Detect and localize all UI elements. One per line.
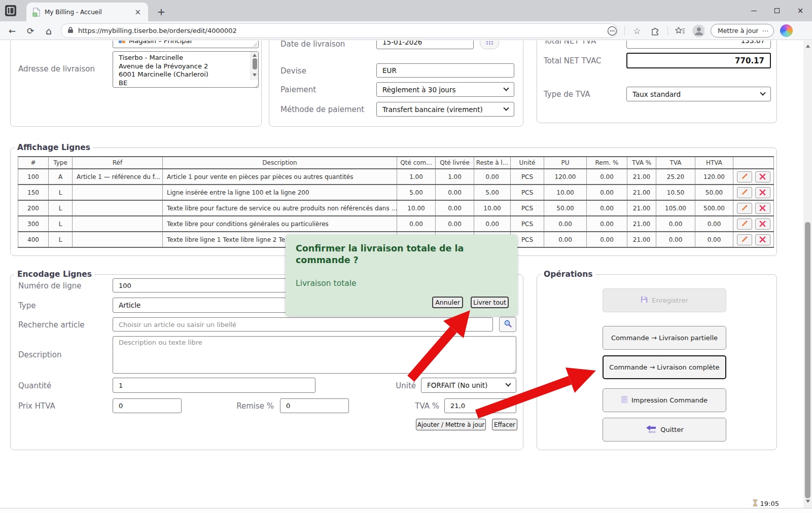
cell-qte_livree: 0.00 — [436, 185, 474, 200]
minimize-button[interactable] — [742, 0, 765, 21]
delete-row-button[interactable] — [755, 187, 770, 198]
cell-pu: 120.00 — [544, 169, 587, 185]
quitter-label: Quitter — [660, 426, 684, 433]
delete-row-button[interactable] — [755, 203, 770, 214]
edit-row-button[interactable] — [737, 234, 752, 245]
date-livraison-label: Date de livraison — [280, 41, 345, 49]
cell-qte_livree: 0.00 — [436, 200, 474, 216]
copilot-icon[interactable] — [780, 24, 793, 37]
cell-desc: Article 1 pour vente en pièces par pièce… — [163, 169, 397, 185]
cell-qte_com: 1.00 — [397, 169, 436, 185]
table-row: 150LLigne insérée entre la ligne 100 et … — [18, 185, 774, 200]
cell-htva: 120.00 — [695, 169, 733, 185]
favorites-hub-icon[interactable] — [674, 25, 686, 37]
address-bar[interactable]: https://mybilling.tiserbo.be/orders/edit… — [61, 23, 618, 38]
svg-text:BACK: BACK — [649, 430, 656, 433]
column-header: Qté com... — [397, 157, 436, 169]
cell-desc: Texte libre pour facture de service ou a… — [163, 200, 397, 216]
cell-unite: PCS — [511, 200, 544, 216]
impression-commande-button[interactable]: Impression Commande — [603, 388, 726, 412]
magasin-field[interactable]: Magasin – Principal — [113, 41, 259, 48]
livrer-tout-button[interactable]: Livrer tout — [471, 297, 509, 308]
maximize-button[interactable] — [765, 0, 789, 21]
dialog-message: Livraison totale — [296, 279, 357, 288]
scroll-up-icon[interactable] — [253, 54, 257, 57]
annuler-button[interactable]: Annuler — [432, 297, 463, 308]
recherche-article-label: Recherche article — [18, 320, 85, 329]
prix-htva-input[interactable] — [113, 398, 182, 413]
description-textarea[interactable] — [113, 336, 516, 374]
window-close-button[interactable]: × — [789, 0, 812, 21]
cell-reste: 10.00 — [474, 200, 511, 216]
devise-label: Devise — [280, 66, 306, 76]
scroll-down-icon[interactable] — [803, 500, 812, 503]
edit-row-button[interactable] — [737, 218, 752, 230]
scroll-down-icon[interactable] — [253, 74, 257, 77]
adresse-textarea[interactable]: Tiserbo - Marcinelle Avenue de la Prévoy… — [113, 51, 259, 88]
more-tools-icon[interactable] — [606, 25, 618, 37]
browser-tab[interactable]: My Billing - Accueil × — [26, 3, 148, 21]
cell-qte_livree: 1.00 — [436, 169, 474, 185]
devise-input[interactable] — [376, 63, 514, 78]
unite-select[interactable]: FORFAIT (No unit) — [421, 378, 516, 393]
effacer-button[interactable]: Effacer — [492, 419, 517, 430]
cell-htva: 500.00 — [695, 200, 733, 216]
delete-row-button[interactable] — [755, 218, 770, 230]
new-tab-button[interactable]: + — [154, 5, 168, 19]
paiement-select[interactable]: Règlement à 30 jours — [376, 82, 514, 97]
refresh-icon[interactable]: ⟳ — [24, 25, 37, 37]
column-header: PU — [544, 157, 587, 169]
delete-row-button[interactable] — [755, 171, 770, 182]
recherche-article-input[interactable] — [113, 317, 493, 332]
calendar-button[interactable] — [480, 41, 499, 49]
livraison-complete-button[interactable]: Commande → Livraison complète — [603, 355, 726, 379]
url-text: https://mybilling.tiserbo.be/orders/edit… — [78, 27, 237, 34]
total-tva-label: Total NET TVA — [544, 41, 596, 46]
prix-htva-label: Prix HTVA — [18, 401, 55, 411]
textarea-scrollbar[interactable] — [251, 52, 258, 80]
scroll-up-icon[interactable] — [803, 43, 812, 48]
type-tva-select-wrap: Taux standard — [626, 87, 771, 101]
quitter-button[interactable]: BACK Quitter — [603, 418, 726, 442]
workspaces-icon[interactable] — [5, 5, 16, 16]
update-browser-button[interactable]: Mettre à jour ⋯ — [711, 24, 774, 38]
type-tva-select[interactable]: Taux standard — [626, 87, 771, 101]
home-icon[interactable]: ⌂ — [43, 25, 55, 37]
cell-ref: Article 1 — référence du f... — [73, 169, 163, 185]
profile-avatar[interactable] — [692, 25, 704, 37]
lock-icon — [67, 26, 74, 35]
cell-tva: 0.00 — [656, 216, 695, 232]
favorite-star-icon[interactable]: ☆ — [631, 25, 643, 37]
edit-row-button[interactable] — [737, 203, 752, 214]
back-exit-icon: BACK — [645, 425, 656, 435]
delete-row-button[interactable] — [755, 234, 770, 245]
adresse-label: Adresse de livraison — [18, 64, 95, 74]
edit-row-button[interactable] — [737, 187, 752, 198]
cell-ref — [73, 185, 163, 200]
remise-input[interactable] — [280, 398, 349, 413]
tab-close-icon[interactable]: × — [132, 8, 143, 17]
ajouter-button[interactable]: Ajouter / Mettre à jour — [416, 419, 486, 430]
cell-num: 100 — [18, 169, 49, 185]
methode-paiement-select[interactable]: Transfert bancaire (virement) — [376, 102, 514, 117]
remise-label: Remise % — [231, 401, 274, 411]
extensions-icon[interactable] — [649, 25, 661, 37]
page-scrollbar[interactable] — [803, 41, 812, 508]
scrollbar-thumb[interactable] — [253, 58, 257, 69]
tab-favicon — [32, 8, 41, 17]
search-article-button[interactable] — [499, 317, 516, 332]
quantite-input[interactable] — [113, 378, 315, 393]
numero-ligne-label: Numéro de ligne — [18, 281, 81, 290]
back-icon[interactable]: ← — [6, 25, 18, 37]
tva-pct-input[interactable] — [444, 398, 516, 413]
edit-row-button[interactable] — [737, 171, 752, 182]
scrollbar-thumb[interactable] — [805, 222, 810, 498]
resize-handle[interactable] — [252, 42, 257, 47]
tab-title: My Billing - Accueil — [45, 9, 132, 16]
cell-tva_pct: 21.00 — [627, 185, 656, 200]
livraison-partielle-button[interactable]: Commande → Livraison partielle — [603, 326, 726, 350]
methode-label: Méthode de paiement — [280, 105, 364, 114]
cell-num: 150 — [18, 185, 49, 200]
date-livraison-input[interactable] — [376, 41, 474, 49]
update-browser-label: Mettre à jour — [718, 27, 759, 34]
